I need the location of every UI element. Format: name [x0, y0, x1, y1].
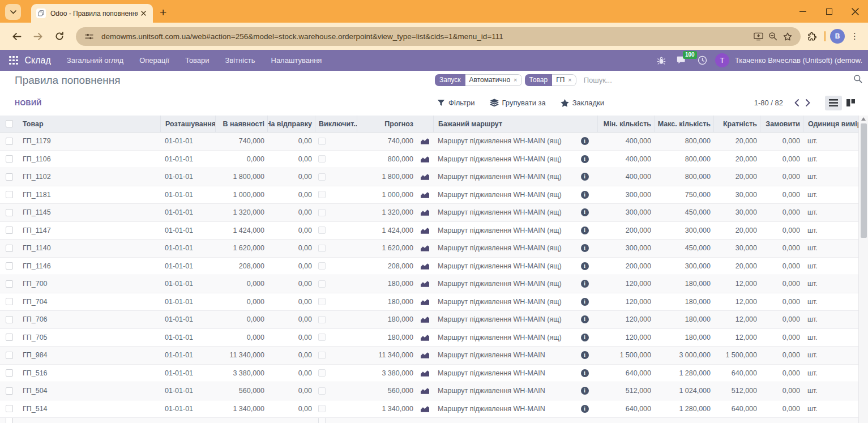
col-header-min[interactable]: Мін. кількість [597, 116, 654, 132]
activities-clock-icon[interactable] [695, 53, 709, 68]
cell-min[interactable]: 1 500,000 [597, 347, 654, 364]
favorites-button[interactable]: Закладки [561, 99, 604, 107]
cell-min[interactable]: 300,000 [597, 204, 654, 221]
cell-min[interactable]: 120,000 [597, 311, 654, 328]
select-all-checkbox[interactable] [0, 116, 18, 132]
info-icon[interactable]: i [572, 365, 597, 382]
col-header-product[interactable]: Товар [18, 116, 160, 132]
forecast-chart-icon[interactable] [416, 168, 433, 186]
cell-exclude-checkbox[interactable] [315, 186, 357, 204]
cell-route[interactable]: Маршрут підживлення WH-MAIN (ящ) [433, 204, 572, 221]
row-checkbox[interactable] [0, 133, 18, 150]
forecast-chart-icon[interactable] [416, 186, 433, 204]
cell-max[interactable]: 450,000 [654, 204, 713, 221]
cell-location[interactable]: 01-01-01 [160, 329, 215, 347]
cell-onhand[interactable]: 1 000,000 [215, 186, 267, 204]
cell-route[interactable]: Маршрут підживлення WH-MAIN (ящ) [433, 275, 572, 293]
col-header-location[interactable]: Розташування [160, 116, 215, 132]
row-checkbox[interactable] [0, 222, 18, 240]
cell-multiple[interactable]: 12,000 [713, 311, 760, 328]
debug-bug-icon[interactable] [654, 53, 669, 68]
search-bar[interactable]: ЗапускАвтоматично×ТоварГП× Пошук... [435, 73, 862, 87]
cell-forecast[interactable]: 180,000 [357, 293, 416, 311]
cell-outgoing[interactable]: 0,00 [267, 293, 315, 311]
cell-exclude-checkbox[interactable] [315, 222, 357, 240]
nav-item[interactable]: Загальний огляд [67, 56, 123, 65]
info-icon[interactable]: i [572, 293, 597, 311]
cell-outgoing[interactable]: 0,00 [267, 365, 315, 382]
cell-location[interactable]: 01-01-01 [160, 347, 215, 364]
forecast-chart-icon[interactable] [416, 400, 433, 418]
cell-onhand[interactable]: 0,000 [215, 275, 267, 293]
cell-product[interactable] [18, 418, 160, 423]
cell-forecast[interactable]: 180,000 [357, 311, 416, 328]
col-header-multiple[interactable]: Кратність [713, 116, 760, 132]
cell-exclude-checkbox[interactable] [315, 293, 357, 311]
cell-forecast[interactable]: 800,000 [357, 151, 416, 168]
cell-toorder[interactable]: 0,000 [760, 240, 803, 257]
cell-max[interactable]: 300,000 [654, 258, 713, 275]
app-name[interactable]: Склад [25, 55, 51, 66]
table-row[interactable] [0, 418, 858, 423]
cell-max[interactable]: 180,000 [654, 329, 713, 347]
cell-forecast[interactable]: 1 320,000 [357, 204, 416, 221]
cell-product[interactable]: ГП_1146 [18, 258, 160, 275]
table-row[interactable]: ГП_1102 01-01-01 1 800,000 0,00 1 800,00… [0, 168, 858, 186]
info-icon[interactable]: i [572, 133, 597, 150]
cell-toorder[interactable]: 0,000 [760, 293, 803, 311]
kanban-view-button[interactable] [842, 96, 859, 110]
search-facet[interactable]: ТоварГП× [525, 74, 576, 86]
cell-multiple[interactable]: 30,000 [713, 204, 760, 221]
cell-max[interactable]: 180,000 [654, 275, 713, 293]
cell-exclude-checkbox[interactable] [315, 311, 357, 328]
forecast-chart-icon[interactable] [416, 293, 433, 311]
cell-onhand[interactable]: 740,000 [215, 133, 267, 150]
cell-product[interactable]: ГП_984 [18, 347, 160, 364]
table-row[interactable]: ГП_1181 01-01-01 1 000,000 0,00 1 000,00… [0, 186, 858, 204]
cell-toorder[interactable]: 0,000 [760, 204, 803, 221]
cell-min[interactable]: 300,000 [597, 240, 654, 257]
forecast-chart-icon[interactable] [416, 418, 433, 423]
cell-min[interactable]: 120,000 [597, 293, 654, 311]
cell-toorder[interactable]: 0,000 [760, 151, 803, 168]
search-icon[interactable] [853, 74, 862, 86]
cell-route[interactable]: Маршрут підживлення WH-MAIN (ящ) [433, 258, 572, 275]
table-row[interactable]: ГП_700 01-01-01 0,000 0,00 180,000 Маршр… [0, 275, 858, 293]
forecast-chart-icon[interactable] [416, 365, 433, 382]
col-header-toorder[interactable]: Замовити [760, 116, 803, 132]
cell-exclude-checkbox[interactable] [315, 347, 357, 364]
cell-multiple[interactable]: 30,000 [713, 186, 760, 204]
info-icon[interactable]: i [572, 347, 597, 364]
cell-uom[interactable]: шт. [803, 133, 858, 150]
cell-toorder[interactable]: 0,000 [760, 133, 803, 150]
cell-multiple[interactable]: 20,000 [713, 168, 760, 186]
forecast-chart-icon[interactable] [416, 382, 433, 400]
window-maximize-button[interactable] [816, 0, 842, 23]
new-tab-button[interactable]: + [160, 6, 166, 18]
info-icon[interactable]: i [572, 151, 597, 168]
cell-max[interactable]: 1 024,000 [654, 382, 713, 400]
cell-toorder[interactable]: 0,000 [760, 347, 803, 364]
search-input[interactable]: Пошук... [584, 76, 853, 84]
cell-uom[interactable]: шт. [803, 365, 858, 382]
cell-min[interactable]: 512,000 [597, 382, 654, 400]
cell-min[interactable]: 400,000 [597, 168, 654, 186]
cell-onhand[interactable]: 0,000 [215, 329, 267, 347]
cell-location[interactable]: 01-01-01 [160, 240, 215, 257]
cell-outgoing[interactable]: 0,00 [267, 347, 315, 364]
cell-uom[interactable]: шт. [803, 204, 858, 221]
cell-location[interactable]: 01-01-01 [160, 151, 215, 168]
row-checkbox[interactable] [0, 186, 18, 204]
cell-location[interactable]: 01-01-01 [160, 186, 215, 204]
info-icon[interactable]: i [572, 168, 597, 186]
pager-prev-button[interactable] [791, 96, 802, 110]
cell-max[interactable]: 180,000 [654, 293, 713, 311]
cell-max[interactable] [654, 418, 713, 423]
cell-product[interactable]: ГП_516 [18, 365, 160, 382]
url-text[interactable]: demowms.unitsoft.com.ua/web#action=256&m… [101, 32, 751, 41]
cell-max[interactable]: 800,000 [654, 168, 713, 186]
table-row[interactable]: ГП_704 01-01-01 0,000 0,00 180,000 Маршр… [0, 293, 858, 311]
cell-max[interactable]: 1 280,000 [654, 400, 713, 418]
cell-location[interactable]: 01-01-01 [160, 133, 215, 150]
col-header-exclude[interactable]: Виключит... [315, 116, 357, 132]
